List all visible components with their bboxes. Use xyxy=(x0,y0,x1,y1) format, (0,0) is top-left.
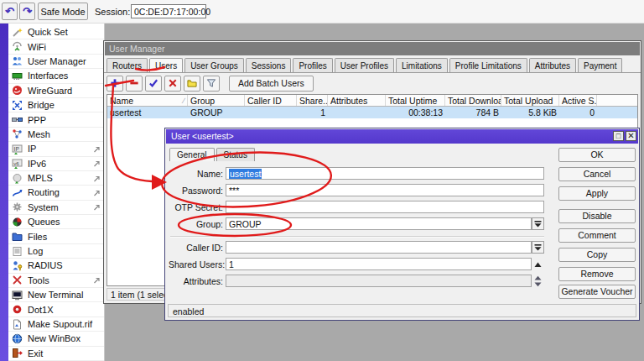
terminal-icon xyxy=(12,290,23,301)
sidebar-item-log[interactable]: Log xyxy=(8,244,104,259)
sidebar-item-mpls[interactable]: MPLS xyxy=(8,171,104,186)
sidebar-item-ip[interactable]: IPIP xyxy=(8,142,104,156)
column-header-total-download[interactable]: Total Download xyxy=(445,95,501,106)
otp-secret-field[interactable] xyxy=(226,201,544,213)
comment-button[interactable] xyxy=(184,76,200,92)
table-row[interactable]: usertestGROUP100:38:13784 B5.8 KiB0 xyxy=(107,107,637,118)
caller-id-field[interactable] xyxy=(226,241,532,254)
attributes-spin-buttons[interactable] xyxy=(532,275,544,287)
tab-profile-limitations[interactable]: Profile Limitations xyxy=(449,58,527,72)
sidebar-item-label: IP xyxy=(28,144,36,154)
column-header-label: Group xyxy=(190,96,215,106)
sidebar-item-ipv6[interactable]: v6IPv6 xyxy=(8,157,104,171)
add-batch-users-button[interactable]: Add Batch Users xyxy=(229,76,314,92)
column-header-active-s[interactable]: Active S... xyxy=(559,95,597,106)
selected-text: usertest xyxy=(229,169,262,179)
tab-profiles[interactable]: Profiles xyxy=(293,58,332,72)
remove-button[interactable]: Remove xyxy=(558,267,636,281)
folder-icon xyxy=(12,231,23,242)
password-field[interactable]: *** xyxy=(226,184,544,196)
undo-button[interactable]: ↶ xyxy=(2,3,18,20)
column-header-total-uptime[interactable]: Total Uptime xyxy=(386,95,445,106)
group-field[interactable]: GROUP xyxy=(226,217,532,230)
redo-button[interactable]: ↷ xyxy=(19,3,35,20)
comment-button[interactable]: Comment xyxy=(558,228,636,243)
sidebar-item-new-terminal[interactable]: New Terminal xyxy=(8,288,104,302)
tab-user-groups[interactable]: User Groups xyxy=(184,58,244,72)
undo-icon: ↶ xyxy=(5,5,14,18)
sidebar-item-mesh[interactable]: Mesh xyxy=(8,128,104,142)
shared-users-field[interactable]: 1 xyxy=(226,258,532,270)
sidebar-item-tools[interactable]: Tools xyxy=(8,274,104,288)
column-header-total-upload[interactable]: Total Upload xyxy=(501,95,559,106)
sidebar-item-radius[interactable]: RADIUS xyxy=(8,259,104,273)
sidebar-item-new-winbox[interactable]: New WinBox xyxy=(8,332,104,346)
caller-id-dropdown-button[interactable] xyxy=(532,241,544,254)
ok-button[interactable]: OK xyxy=(558,148,636,162)
tab-users[interactable]: Users xyxy=(149,58,183,73)
copy-button[interactable]: Copy xyxy=(558,248,636,262)
maximize-button[interactable]: □ xyxy=(613,131,624,141)
apply-button[interactable]: Apply xyxy=(558,186,636,201)
disable-button[interactable]: Disable xyxy=(558,209,636,223)
disable-button[interactable] xyxy=(164,76,181,92)
sidebar-item-label: System xyxy=(28,202,59,212)
tab-sessions[interactable]: Sessions xyxy=(246,58,292,72)
column-header-label: Name xyxy=(110,96,133,106)
tab-routers[interactable]: Routers xyxy=(106,58,148,72)
sidebar-item-quick-set[interactable]: Quick Set xyxy=(8,25,104,39)
group-dropdown-button[interactable] xyxy=(532,217,544,230)
column-header-caller-id[interactable]: Caller ID xyxy=(245,95,297,106)
sidebar-item-label: Tools xyxy=(28,275,49,285)
column-header-group[interactable]: Group xyxy=(188,95,245,106)
user-manager-titlebar[interactable]: User Manager xyxy=(105,42,640,55)
cancel-button[interactable]: Cancel xyxy=(558,167,636,181)
tab-user-profiles[interactable]: User Profiles xyxy=(335,58,394,72)
comment-folder-icon xyxy=(187,78,197,88)
sidebar-item-ppp[interactable]: PPP xyxy=(8,112,104,127)
column-header-name[interactable]: Name∕ xyxy=(107,95,188,106)
column-header-filler xyxy=(597,95,637,106)
sidebar-item-exit[interactable]: Exit xyxy=(8,347,104,361)
filter-button[interactable] xyxy=(203,76,220,92)
name-field[interactable]: usertest xyxy=(226,167,544,180)
sidebar-item-make-supout-rif[interactable]: Make Supout.rif xyxy=(8,317,104,332)
close-button[interactable]: ✕ xyxy=(626,131,636,141)
dialog-tab-general[interactable]: General xyxy=(169,148,215,161)
radius-icon xyxy=(12,260,23,271)
tab-limitations[interactable]: Limitations xyxy=(396,58,448,72)
tab-payment[interactable]: Payment xyxy=(578,58,622,72)
sidebar-item-bridge[interactable]: Bridge xyxy=(8,98,104,112)
shared-users-spin-up-button[interactable] xyxy=(532,259,544,270)
column-header-share[interactable]: Share... xyxy=(297,95,328,106)
supout-icon xyxy=(12,319,23,330)
sidebar-item-interfaces[interactable]: Interfaces xyxy=(8,69,104,83)
session-input[interactable]: 0C:DE:D7:17:00:00 xyxy=(131,4,206,18)
column-header-attributes[interactable]: Attributes xyxy=(328,95,386,106)
sidebar-item-queues[interactable]: Queues xyxy=(8,215,104,229)
enable-button[interactable] xyxy=(145,76,162,92)
remove-button[interactable] xyxy=(126,76,143,92)
user-dialog-titlebar[interactable]: User <usertest> □ ✕ xyxy=(166,129,638,144)
sidebar-item-routing[interactable]: Routing xyxy=(8,186,104,200)
sidebar-item-user-manager[interactable]: User Manager xyxy=(8,55,104,69)
add-button[interactable] xyxy=(106,76,123,92)
sort-asc-icon: ∕ xyxy=(183,97,184,105)
safe-mode-button[interactable]: Safe Mode xyxy=(38,3,88,20)
sidebar-item-label: Make Supout.rif xyxy=(28,319,92,329)
sidebar-item-label: New WinBox xyxy=(28,333,80,343)
tab-attributes[interactable]: Attributes xyxy=(529,58,576,72)
sidebar-item-wifi[interactable]: WiFi xyxy=(8,39,104,54)
generate-voucher-button[interactable]: Generate Voucher xyxy=(558,285,636,299)
dialog-tab-status[interactable]: Status xyxy=(216,148,255,161)
column-header-label: Share... xyxy=(299,96,328,106)
sidebar-item-wireguard[interactable]: WireGuard xyxy=(8,84,104,98)
sidebar-item-files[interactable]: Files xyxy=(8,229,104,243)
winbox-icon xyxy=(12,333,23,344)
sidebar-item-dot1x[interactable]: Dot1X xyxy=(8,302,104,317)
ip-icon: IP xyxy=(12,144,23,154)
queues-icon xyxy=(12,217,23,228)
attributes-field[interactable] xyxy=(226,275,532,287)
sidebar-item-system[interactable]: System xyxy=(8,201,104,215)
user-dialog-title: User <usertest> xyxy=(171,131,234,141)
